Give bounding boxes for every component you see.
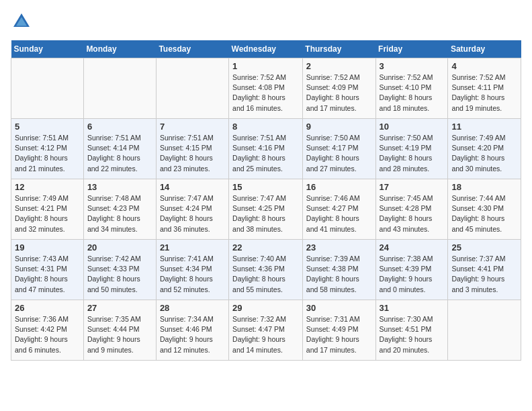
- day-number: 13: [87, 182, 152, 192]
- day-number: 23: [306, 242, 372, 253]
- day-number: 17: [380, 182, 445, 192]
- day-number: 29: [232, 303, 299, 313]
- cell-info: Sunrise: 7:50 AM Sunset: 4:19 PM Dayligh…: [380, 133, 445, 174]
- cell-info: Sunrise: 7:38 AM Sunset: 4:39 PM Dayligh…: [380, 254, 445, 295]
- calendar-cell: 30Sunrise: 7:31 AM Sunset: 4:49 PM Dayli…: [302, 300, 375, 361]
- day-number: 5: [15, 122, 80, 132]
- day-number: 26: [15, 303, 80, 313]
- day-number: 31: [380, 303, 445, 313]
- calendar-cell: 1Sunrise: 7:52 AM Sunset: 4:08 PM Daylig…: [229, 58, 303, 119]
- cell-info: Sunrise: 7:46 AM Sunset: 4:27 PM Dayligh…: [306, 193, 372, 234]
- day-number: 18: [451, 182, 517, 192]
- day-number: 9: [306, 122, 372, 132]
- calendar-cell: 14Sunrise: 7:47 AM Sunset: 4:24 PM Dayli…: [156, 179, 228, 240]
- calendar-cell: 2Sunrise: 7:52 AM Sunset: 4:09 PM Daylig…: [302, 58, 375, 119]
- day-header-tuesday: Tuesday: [156, 40, 228, 58]
- day-number: 2: [306, 61, 372, 71]
- cell-info: Sunrise: 7:52 AM Sunset: 4:11 PM Dayligh…: [451, 73, 517, 113]
- cell-info: Sunrise: 7:42 AM Sunset: 4:33 PM Dayligh…: [87, 254, 152, 295]
- calendar-cell: 7Sunrise: 7:51 AM Sunset: 4:15 PM Daylig…: [156, 119, 228, 179]
- cell-info: Sunrise: 7:48 AM Sunset: 4:23 PM Dayligh…: [87, 193, 152, 234]
- calendar-cell: 18Sunrise: 7:44 AM Sunset: 4:30 PM Dayli…: [448, 179, 521, 240]
- day-header-friday: Friday: [375, 40, 448, 58]
- day-header-row: SundayMondayTuesdayWednesdayThursdayFrid…: [11, 40, 521, 58]
- cell-info: Sunrise: 7:49 AM Sunset: 4:21 PM Dayligh…: [15, 193, 80, 234]
- calendar-cell: 11Sunrise: 7:49 AM Sunset: 4:20 PM Dayli…: [448, 119, 521, 179]
- cell-info: Sunrise: 7:51 AM Sunset: 4:14 PM Dayligh…: [87, 133, 152, 174]
- calendar-cell: 16Sunrise: 7:46 AM Sunset: 4:27 PM Dayli…: [302, 179, 375, 240]
- cell-info: Sunrise: 7:49 AM Sunset: 4:20 PM Dayligh…: [451, 133, 517, 174]
- day-number: 10: [380, 122, 445, 132]
- cell-info: Sunrise: 7:52 AM Sunset: 4:10 PM Dayligh…: [380, 73, 445, 113]
- day-number: 14: [160, 182, 225, 192]
- calendar-cell: 3Sunrise: 7:52 AM Sunset: 4:10 PM Daylig…: [375, 58, 448, 119]
- day-number: 7: [160, 122, 225, 132]
- day-number: 16: [306, 182, 372, 192]
- calendar-cell: 17Sunrise: 7:45 AM Sunset: 4:28 PM Dayli…: [375, 179, 448, 240]
- calendar-cell: 4Sunrise: 7:52 AM Sunset: 4:11 PM Daylig…: [448, 58, 521, 119]
- cell-info: Sunrise: 7:31 AM Sunset: 4:49 PM Dayligh…: [306, 314, 372, 355]
- cell-info: Sunrise: 7:51 AM Sunset: 4:16 PM Dayligh…: [232, 133, 299, 174]
- calendar-cell: 8Sunrise: 7:51 AM Sunset: 4:16 PM Daylig…: [229, 119, 303, 179]
- day-header-monday: Monday: [83, 40, 156, 58]
- calendar-cell: 27Sunrise: 7:35 AM Sunset: 4:44 PM Dayli…: [83, 300, 156, 361]
- day-header-sunday: Sunday: [11, 40, 84, 58]
- calendar-cell: 20Sunrise: 7:42 AM Sunset: 4:33 PM Dayli…: [83, 240, 156, 300]
- calendar-cell: 13Sunrise: 7:48 AM Sunset: 4:23 PM Dayli…: [83, 179, 156, 240]
- day-header-saturday: Saturday: [448, 40, 521, 58]
- calendar-cell: 21Sunrise: 7:41 AM Sunset: 4:34 PM Dayli…: [156, 240, 228, 300]
- calendar-cell: 28Sunrise: 7:34 AM Sunset: 4:46 PM Dayli…: [156, 300, 228, 361]
- calendar-cell: 5Sunrise: 7:51 AM Sunset: 4:12 PM Daylig…: [11, 119, 84, 179]
- calendar-cell: 15Sunrise: 7:47 AM Sunset: 4:25 PM Dayli…: [229, 179, 303, 240]
- cell-info: Sunrise: 7:36 AM Sunset: 4:42 PM Dayligh…: [15, 314, 80, 355]
- cell-info: Sunrise: 7:34 AM Sunset: 4:46 PM Dayligh…: [160, 314, 225, 355]
- day-number: 6: [87, 122, 152, 132]
- calendar-cell: [448, 300, 521, 361]
- day-number: 3: [380, 61, 445, 71]
- logo-icon: [11, 11, 32, 32]
- logo: [11, 11, 35, 32]
- cell-info: Sunrise: 7:40 AM Sunset: 4:36 PM Dayligh…: [232, 254, 299, 295]
- calendar-cell: 24Sunrise: 7:38 AM Sunset: 4:39 PM Dayli…: [375, 240, 448, 300]
- cell-info: Sunrise: 7:39 AM Sunset: 4:38 PM Dayligh…: [306, 254, 372, 295]
- calendar-cell: [83, 58, 156, 119]
- calendar-cell: 9Sunrise: 7:50 AM Sunset: 4:17 PM Daylig…: [302, 119, 375, 179]
- week-row-1: 1Sunrise: 7:52 AM Sunset: 4:08 PM Daylig…: [11, 58, 521, 119]
- calendar-cell: 25Sunrise: 7:37 AM Sunset: 4:41 PM Dayli…: [448, 240, 521, 300]
- cell-info: Sunrise: 7:44 AM Sunset: 4:30 PM Dayligh…: [451, 193, 517, 234]
- day-number: 15: [232, 182, 299, 192]
- cell-info: Sunrise: 7:45 AM Sunset: 4:28 PM Dayligh…: [380, 193, 445, 234]
- cell-info: Sunrise: 7:47 AM Sunset: 4:25 PM Dayligh…: [232, 193, 299, 234]
- calendar-cell: 19Sunrise: 7:43 AM Sunset: 4:31 PM Dayli…: [11, 240, 84, 300]
- day-number: 11: [451, 122, 517, 132]
- cell-info: Sunrise: 7:50 AM Sunset: 4:17 PM Dayligh…: [306, 133, 372, 174]
- calendar-cell: 31Sunrise: 7:30 AM Sunset: 4:51 PM Dayli…: [375, 300, 448, 361]
- day-number: 1: [232, 61, 299, 71]
- week-row-5: 26Sunrise: 7:36 AM Sunset: 4:42 PM Dayli…: [11, 300, 521, 361]
- day-number: 30: [306, 303, 372, 313]
- page-header: [11, 11, 521, 32]
- calendar-cell: 26Sunrise: 7:36 AM Sunset: 4:42 PM Dayli…: [11, 300, 84, 361]
- cell-info: Sunrise: 7:47 AM Sunset: 4:24 PM Dayligh…: [160, 193, 225, 234]
- week-row-4: 19Sunrise: 7:43 AM Sunset: 4:31 PM Dayli…: [11, 240, 521, 300]
- calendar-cell: [11, 58, 84, 119]
- week-row-2: 5Sunrise: 7:51 AM Sunset: 4:12 PM Daylig…: [11, 119, 521, 179]
- calendar-cell: 23Sunrise: 7:39 AM Sunset: 4:38 PM Dayli…: [302, 240, 375, 300]
- day-header-thursday: Thursday: [302, 40, 375, 58]
- day-number: 25: [451, 242, 517, 253]
- calendar-cell: 29Sunrise: 7:32 AM Sunset: 4:47 PM Dayli…: [229, 300, 303, 361]
- week-row-3: 12Sunrise: 7:49 AM Sunset: 4:21 PM Dayli…: [11, 179, 521, 240]
- day-number: 4: [451, 61, 517, 71]
- cell-info: Sunrise: 7:32 AM Sunset: 4:47 PM Dayligh…: [232, 314, 299, 355]
- day-number: 20: [87, 242, 152, 253]
- calendar-cell: 10Sunrise: 7:50 AM Sunset: 4:19 PM Dayli…: [375, 119, 448, 179]
- calendar-cell: 22Sunrise: 7:40 AM Sunset: 4:36 PM Dayli…: [229, 240, 303, 300]
- day-number: 8: [232, 122, 299, 132]
- cell-info: Sunrise: 7:52 AM Sunset: 4:08 PM Dayligh…: [232, 73, 299, 113]
- calendar-table: SundayMondayTuesdayWednesdayThursdayFrid…: [11, 40, 521, 361]
- cell-info: Sunrise: 7:52 AM Sunset: 4:09 PM Dayligh…: [306, 73, 372, 113]
- cell-info: Sunrise: 7:30 AM Sunset: 4:51 PM Dayligh…: [380, 314, 445, 355]
- cell-info: Sunrise: 7:51 AM Sunset: 4:12 PM Dayligh…: [15, 133, 80, 174]
- day-number: 21: [160, 242, 225, 253]
- cell-info: Sunrise: 7:35 AM Sunset: 4:44 PM Dayligh…: [87, 314, 152, 355]
